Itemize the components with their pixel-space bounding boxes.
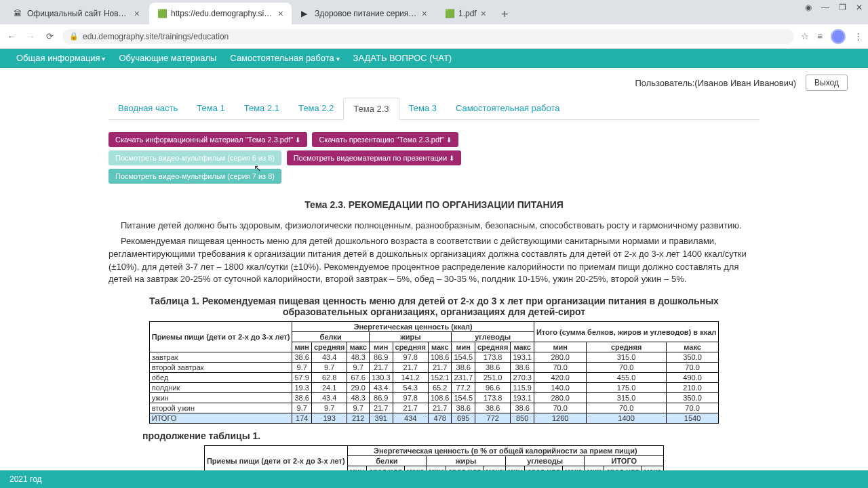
user-bar: Пользователь:(Иванов Иван Иванович) Выхо… <box>0 68 868 98</box>
tab-title: https://edu.demography.site/trai <box>171 9 274 18</box>
tab-3[interactable]: Тема 2.2 <box>289 98 343 119</box>
incognito-icon[interactable]: ◉ <box>805 3 812 12</box>
star-icon[interactable]: ☆ <box>801 31 809 41</box>
paragraph-2: Рекомендуемая пищевая ценность меню для … <box>108 235 760 286</box>
tab-title: 1.pdf <box>458 9 477 18</box>
favicon: 🟩 <box>157 9 167 18</box>
favicon: ▶ <box>301 9 311 18</box>
browser-tab-3[interactable]: 🟩1.pdf× <box>437 3 494 24</box>
tab-0[interactable]: Вводная часть <box>108 98 187 119</box>
table-1: Приемы пищи (дети от 2-х до 3-х лет)Энер… <box>149 321 719 424</box>
browser-tab-0[interactable]: 🏛Официальный сайт Новосиби× <box>5 3 148 24</box>
video-presentation-button[interactable]: Посмотреть видеоматериал по презентации <box>287 150 461 165</box>
download-presentation-button[interactable]: Скачать презентацию "Тема 2.3.pdf" <box>312 132 458 147</box>
forward-icon[interactable]: → <box>24 31 37 41</box>
favicon: 🟩 <box>445 9 454 18</box>
footer: 2021 год <box>0 470 868 488</box>
paragraph-1: Питание детей должно быть здоровым, физи… <box>108 220 760 232</box>
download-material-button[interactable]: Скачать информационный материал "Тема 2.… <box>108 132 307 147</box>
tab-6[interactable]: Самостоятельная работа <box>446 98 569 119</box>
address-bar: ← → ⟳ 🔒 edu.demography.site/trainings/ed… <box>0 24 868 49</box>
close-icon[interactable]: × <box>134 8 140 19</box>
action-buttons: Скачать информационный материал "Тема 2.… <box>108 132 760 187</box>
table1-continuation: продолжение таблицы 1. <box>142 430 760 441</box>
main-nav: Общая информация Обучающие материалы Сам… <box>0 49 868 68</box>
article-heading: Тема 2.3. РЕКОМЕДАЦИИ ПО ОРГАНИЗАЦИИ ПИТ… <box>108 199 760 210</box>
lock-icon: 🔒 <box>69 32 79 41</box>
browser-tab-1[interactable]: 🟩https://edu.demography.site/trai× <box>149 3 292 24</box>
minimize-icon[interactable]: — <box>821 3 829 12</box>
new-tab-button[interactable]: + <box>496 5 514 24</box>
tab-4[interactable]: Тема 2.3 <box>343 98 399 120</box>
video-cartoon-6-button[interactable]: Посмотреть видео-мультфильм (серия 6 из … <box>108 150 281 165</box>
url-input[interactable]: 🔒 edu.demography.site/trainings/educatio… <box>62 29 794 44</box>
reload-icon[interactable]: ⟳ <box>43 31 56 41</box>
close-icon[interactable]: × <box>278 8 283 19</box>
logout-button[interactable]: Выход <box>806 75 848 91</box>
video-cartoon-7-button[interactable]: Посмотреть видео-мультфильм (серия 7 из … <box>108 169 281 184</box>
tab-2[interactable]: Тема 2.1 <box>235 98 289 119</box>
tab-title: Здоровое питание серия 2 - Yo <box>315 9 418 18</box>
nav-materials[interactable]: Обучающие материалы <box>112 50 223 66</box>
browser-tabstrip: 🏛Официальный сайт Новосиби× 🟩https://edu… <box>0 0 868 24</box>
user-label: Пользователь:(Иванов Иван Иванович) <box>635 78 796 88</box>
nav-chat[interactable]: ЗАДАТЬ ВОПРОС (ЧАТ) <box>347 50 459 66</box>
nav-selfwork[interactable]: Самостоятельная работа <box>223 50 346 66</box>
close-window-icon[interactable]: ✕ <box>856 3 863 12</box>
close-icon[interactable]: × <box>422 8 427 19</box>
menu-icon[interactable]: ⋮ <box>854 31 863 41</box>
content-tabs: Вводная частьТема 1Тема 2.1Тема 2.2Тема … <box>108 98 760 120</box>
extensions-icon[interactable]: ≡ <box>817 31 823 41</box>
favicon: 🏛 <box>14 9 23 18</box>
back-icon[interactable]: ← <box>5 31 18 41</box>
close-icon[interactable]: × <box>481 8 486 19</box>
avatar[interactable] <box>831 29 846 44</box>
tab-1[interactable]: Тема 1 <box>187 98 234 119</box>
table1-title: Таблица 1. Рекомендуемая пищевая ценност… <box>149 296 719 317</box>
browser-tab-2[interactable]: ▶Здоровое питание серия 2 - Yo× <box>293 3 435 24</box>
nav-general[interactable]: Общая информация <box>9 50 112 66</box>
tab-5[interactable]: Тема 3 <box>399 98 446 119</box>
url-text: edu.demography.site/trainings/education <box>83 32 229 41</box>
tab-title: Официальный сайт Новосиби <box>27 9 130 18</box>
maximize-icon[interactable]: ❐ <box>839 3 846 12</box>
